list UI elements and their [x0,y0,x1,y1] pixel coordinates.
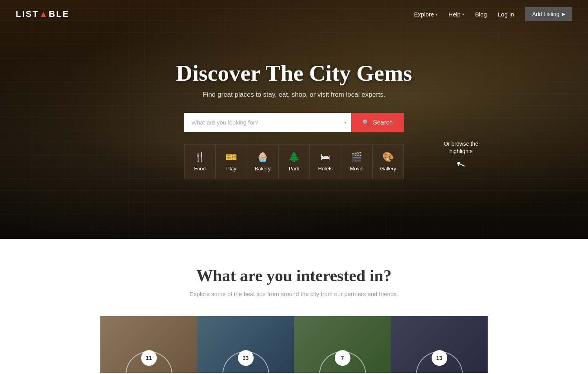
park-icon: 🌲 [288,152,300,163]
card-count-badge-3: 7 [335,350,350,366]
navbar: LIST▲BLE Explore ▾ Help ▾ Blog Log In Ad… [0,0,588,28]
card-grid: 11 33 7 13 [16,316,572,373]
search-icon: 🔍 [362,119,370,126]
card-count-badge-4: 13 [432,350,447,366]
browse-hint: Or browse the highlights ↙ [444,140,478,172]
listing-card-1[interactable]: 11 [100,316,197,373]
nav-help[interactable]: Help ▾ [448,11,464,18]
card-count-badge-1: 11 [141,350,157,366]
play-icon: 🎫 [225,152,237,163]
category-grid: 🍴 Food 🎫 Play 🧁 Bakery 🌲 Park 🛏 H [184,144,404,179]
logo-text-part1: LIST [16,9,39,19]
nav-blog[interactable]: Blog [475,11,487,18]
movie-icon: 🎬 [351,152,363,163]
browse-area: Or browse the highlights ↙ 🍴 Food 🎫 Play… [8,144,580,179]
add-listing-arrow-icon: ▶ [562,11,565,17]
hero-content: Discover The City Gems Find great places… [0,60,588,179]
interests-subtitle: Explore some of the best tips from aroun… [16,291,572,297]
help-chevron-icon: ▾ [462,12,464,16]
hero-subtitle: Find great places to stay, eat, shop, or… [8,91,580,99]
interests-section: What are you interested in? Explore some… [0,239,588,374]
hero-section: Discover The City Gems Find great places… [0,0,588,239]
search-bar: ▾ 🔍 Search [184,113,404,132]
gallery-icon: 🎨 [382,152,394,163]
nav-login[interactable]: Log In [498,11,514,18]
category-item-food[interactable]: 🍴 Food [184,144,216,179]
bakery-icon: 🧁 [257,152,269,163]
logo-text-part2: BLE [49,9,69,19]
card-count-badge-2: 33 [238,350,254,366]
listing-card-2[interactable]: 33 [197,316,294,373]
search-button[interactable]: 🔍 Search [351,113,404,132]
hero-title: Discover The City Gems [8,60,580,86]
listing-card-4[interactable]: 13 [391,316,488,373]
search-input-wrapper: ▾ [184,113,351,132]
browse-arrow-icon: ↙ [442,152,480,178]
category-item-movie[interactable]: 🎬 Movie [341,144,372,179]
explore-chevron-icon: ▾ [436,12,437,16]
nav-links: Explore ▾ Help ▾ Blog Log In Add Listing… [414,7,572,21]
search-input[interactable] [184,113,351,132]
category-item-play[interactable]: 🎫 Play [216,144,247,179]
category-item-bakery[interactable]: 🧁 Bakery [247,144,278,179]
add-listing-button[interactable]: Add Listing ▶ [525,7,572,21]
listing-card-3[interactable]: 7 [294,316,391,373]
logo-accent: ▲ [39,9,49,19]
category-item-gallery[interactable]: 🎨 Gallery [372,144,404,179]
nav-explore[interactable]: Explore ▾ [414,11,437,18]
category-item-hotels[interactable]: 🛏 Hotels [310,144,341,179]
category-item-park[interactable]: 🌲 Park [278,144,310,179]
logo[interactable]: LIST▲BLE [16,9,69,19]
hotels-icon: 🛏 [321,152,330,163]
food-icon: 🍴 [194,152,206,163]
interests-title: What are you interested in? [16,266,572,285]
